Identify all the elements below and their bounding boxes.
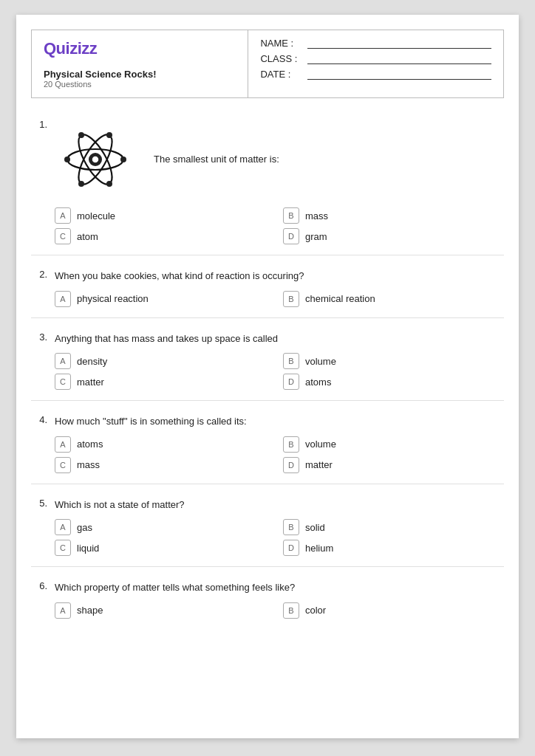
question-1-image-row: The smallest unit of matter is: xyxy=(55,119,504,200)
option-1d-text: gram xyxy=(305,231,327,242)
option-5b-text: solid xyxy=(305,522,325,533)
header: Quizizz Physical Science Rocks! 20 Quest… xyxy=(31,30,504,98)
svg-point-10 xyxy=(106,181,112,187)
svg-point-5 xyxy=(64,157,70,162)
question-1-number: 1. xyxy=(31,119,47,130)
option-6b[interactable]: B color xyxy=(283,602,504,619)
option-6b-text: color xyxy=(305,605,326,616)
option-5a[interactable]: A gas xyxy=(55,519,276,535)
question-1-content: The smallest unit of matter is: xyxy=(55,119,504,200)
option-1b-letter: B xyxy=(283,207,299,224)
name-label: NAME : xyxy=(260,38,304,49)
option-3d-letter: D xyxy=(283,374,299,390)
option-4d-text: matter xyxy=(305,459,333,470)
question-5-options: A gas B solid C liquid D helium xyxy=(55,519,504,556)
svg-point-6 xyxy=(120,157,126,162)
header-left: Quizizz Physical Science Rocks! 20 Quest… xyxy=(32,30,248,97)
option-1c-text: atom xyxy=(77,231,98,242)
option-3a-text: density xyxy=(77,356,107,367)
option-2a-letter: A xyxy=(55,291,71,307)
option-5b[interactable]: B solid xyxy=(283,519,504,535)
divider-1 xyxy=(31,255,504,255)
option-4a-letter: A xyxy=(55,436,71,453)
question-6-options: A shape B color xyxy=(55,602,504,619)
question-3-text: Anything that has mass and takes up spac… xyxy=(55,331,278,346)
svg-point-9 xyxy=(78,132,84,138)
option-2b[interactable]: B chemical reation xyxy=(283,291,504,307)
question-3: 3. Anything that has mass and takes up s… xyxy=(31,331,504,402)
page: Quizizz Physical Science Rocks! 20 Quest… xyxy=(16,15,519,738)
option-3b-text: volume xyxy=(305,356,336,367)
option-5c-letter: C xyxy=(55,540,71,556)
header-right: NAME : CLASS : DATE : xyxy=(248,30,503,97)
option-3b-letter: B xyxy=(283,353,299,369)
logo: Quizizz xyxy=(44,39,236,58)
option-5c-text: liquid xyxy=(77,543,99,554)
question-2: 2. When you bake cookies, what kind of r… xyxy=(31,269,504,318)
question-4-number: 4. xyxy=(31,414,47,425)
option-3d[interactable]: D atoms xyxy=(283,374,504,390)
option-4d[interactable]: D matter xyxy=(283,457,504,473)
option-5b-letter: B xyxy=(283,519,299,535)
class-line xyxy=(307,54,491,64)
question-5-text: Which is not a state of matter? xyxy=(55,498,185,512)
divider-3 xyxy=(31,400,504,401)
option-5a-text: gas xyxy=(77,522,92,533)
option-4c-text: mass xyxy=(77,459,100,470)
option-3a[interactable]: A density xyxy=(55,353,276,369)
question-5: 5. Which is not a state of matter? A gas… xyxy=(31,498,504,568)
question-3-number: 3. xyxy=(31,331,47,343)
divider-4 xyxy=(31,484,504,484)
option-1a[interactable]: A molecule xyxy=(55,207,276,224)
option-4b-text: volume xyxy=(305,439,336,450)
question-5-number: 5. xyxy=(31,498,47,509)
option-4b[interactable]: B volume xyxy=(283,436,504,453)
option-5a-letter: A xyxy=(55,519,71,535)
question-4-header: 4. How much "stuff" is in something is c… xyxy=(31,414,504,429)
question-1-options: A molecule B mass C atom D gram xyxy=(55,207,504,244)
option-1d[interactable]: D gram xyxy=(283,228,504,244)
option-6b-letter: B xyxy=(283,602,299,619)
option-1c[interactable]: C atom xyxy=(55,228,276,244)
option-5c[interactable]: C liquid xyxy=(55,540,276,556)
option-5d-text: helium xyxy=(305,543,333,554)
option-3b[interactable]: B volume xyxy=(283,353,504,369)
option-1b[interactable]: B mass xyxy=(283,207,504,224)
option-2b-text: chemical reation xyxy=(305,293,375,304)
questions-section: 1. xyxy=(16,98,519,633)
svg-point-1 xyxy=(92,156,99,163)
option-1d-letter: D xyxy=(283,228,299,244)
question-5-header: 5. Which is not a state of matter? xyxy=(31,498,504,512)
option-4a[interactable]: A atoms xyxy=(55,436,276,453)
name-field-row: NAME : xyxy=(260,38,491,49)
option-4a-text: atoms xyxy=(77,439,103,450)
question-4-text: How much "stuff" is in something is call… xyxy=(55,414,247,429)
option-1a-letter: A xyxy=(55,207,71,224)
question-3-header: 3. Anything that has mass and takes up s… xyxy=(31,331,504,346)
question-1-header: 1. xyxy=(31,119,504,200)
question-2-options: A physical reaction B chemical reation xyxy=(55,291,504,307)
question-2-text: When you bake cookies, what kind of reac… xyxy=(55,269,304,284)
option-6a-letter: A xyxy=(55,602,71,619)
option-3c-letter: C xyxy=(55,374,71,390)
class-label: CLASS : xyxy=(260,53,304,64)
atom-image xyxy=(55,119,136,200)
question-3-options: A density B volume C matter D atoms xyxy=(55,353,504,390)
option-4d-letter: D xyxy=(283,457,299,473)
option-3d-text: atoms xyxy=(305,377,331,388)
option-2a[interactable]: A physical reaction xyxy=(55,291,276,307)
option-1c-letter: C xyxy=(55,228,71,244)
option-2b-letter: B xyxy=(283,291,299,307)
question-6-text: Which property of matter tells what some… xyxy=(55,580,295,595)
option-4c[interactable]: C mass xyxy=(55,457,276,473)
question-4: 4. How much "stuff" is in something is c… xyxy=(31,414,504,484)
option-3a-letter: A xyxy=(55,353,71,369)
question-2-header: 2. When you bake cookies, what kind of r… xyxy=(31,269,504,284)
option-6a[interactable]: A shape xyxy=(55,602,276,619)
option-4b-letter: B xyxy=(283,436,299,453)
option-1b-text: mass xyxy=(305,210,328,221)
option-5d[interactable]: D helium xyxy=(283,540,504,556)
question-6: 6. Which property of matter tells what s… xyxy=(31,580,504,619)
class-field-row: CLASS : xyxy=(260,53,491,64)
option-3c[interactable]: C matter xyxy=(55,374,276,390)
